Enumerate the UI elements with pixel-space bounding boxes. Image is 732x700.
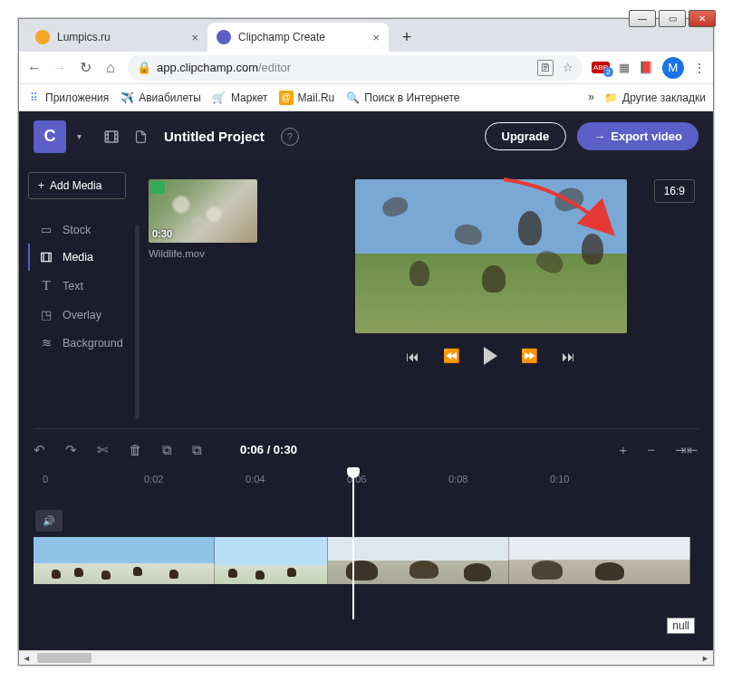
folder-icon: 📁 <box>603 91 618 105</box>
bookmark-item[interactable]: 🛒Маркет <box>212 91 268 105</box>
audio-toggle[interactable]: 🔊 <box>35 510 63 532</box>
tab-strip: Lumpics.ru × Clipchamp Create × + <box>19 19 713 52</box>
minimize-button[interactable]: — <box>629 10 656 27</box>
apps-button[interactable]: ⠿Приложения <box>26 91 109 105</box>
player-controls: ⏮ ⏪ ⏩ ⏭ <box>406 347 575 365</box>
svg-rect-1 <box>42 253 52 261</box>
add-media-button[interactable]: + Add Media <box>28 172 126 199</box>
timeline-toolbar: ↶ ↷ ✄ 🗑 ⧉ ⧉ 0:06 / 0:30 + − ⇥⇤ <box>34 428 698 470</box>
sidebar-item-stock[interactable]: ▭ Stock <box>28 216 141 244</box>
ruler-mark: 0 <box>43 474 48 484</box>
forward-button[interactable]: ⏩ <box>521 348 538 364</box>
sidebar-scrollbar[interactable] <box>135 225 140 419</box>
bookmark-item[interactable]: ✈️Авиабилеты <box>120 91 201 105</box>
duplicate-button[interactable]: ⧉ <box>192 442 202 458</box>
favicon-icon <box>217 30 231 44</box>
browser-tab-lumpics[interactable]: Lumpics.ru × <box>26 23 207 52</box>
sidebar-item-background[interactable]: ≋ Background <box>28 329 141 357</box>
favicon-icon <box>35 30 50 44</box>
sidebar-item-overlay[interactable]: ◳ Overlay <box>28 301 141 329</box>
ruler-mark: 0:10 <box>550 474 569 484</box>
app-logo[interactable]: C <box>34 120 66 153</box>
layers-icon: ≋ <box>39 336 53 350</box>
timeline-ruler[interactable]: 0 0:02 0:04 0:06 0:08 0:10 <box>34 470 698 492</box>
aspect-ratio-button[interactable]: 16:9 <box>654 179 695 203</box>
copy-button[interactable]: ⧉ <box>162 442 172 458</box>
cart-icon: 🛒 <box>212 91 226 105</box>
redo-button[interactable]: ↷ <box>65 442 77 458</box>
ruler-mark: 0:08 <box>448 474 467 484</box>
play-button[interactable] <box>484 347 497 365</box>
arrow-right-icon: → <box>593 129 605 143</box>
undo-button[interactable]: ↶ <box>34 442 45 458</box>
rewind-button[interactable]: ⏪ <box>443 348 460 364</box>
abp-icon[interactable]: ABP2 <box>592 62 610 73</box>
tab-close-icon[interactable]: × <box>367 31 380 44</box>
text-icon: T <box>39 278 53 293</box>
clipchamp-app: C ▾ Untitled Project ? Upgrade → Export … <box>19 111 713 650</box>
timeline-track: 🔊 <box>34 510 698 584</box>
project-title[interactable]: Untitled Project <box>164 129 265 144</box>
zoom-out-button[interactable]: − <box>647 442 655 458</box>
zoom-in-button[interactable]: + <box>619 442 627 458</box>
overlay-icon: ◳ <box>39 308 53 321</box>
scroll-left-icon[interactable]: ◄ <box>19 651 34 665</box>
timeline-clip[interactable] <box>34 537 215 584</box>
scroll-right-icon[interactable]: ► <box>698 651 713 665</box>
other-bookmarks[interactable]: 📁Другие закладки <box>603 91 706 105</box>
skip-end-button[interactable]: ⏭ <box>562 349 575 364</box>
translate-icon[interactable]: 🖹 <box>537 60 554 76</box>
chevron-down-icon[interactable]: ▾ <box>77 131 92 141</box>
clip-row <box>34 537 698 584</box>
timeline-clip[interactable] <box>509 537 690 584</box>
horizontal-scrollbar[interactable]: ◄ ► <box>19 650 713 665</box>
timeline-clip[interactable] <box>215 537 328 584</box>
sidebar-item-media[interactable]: Media <box>28 244 141 271</box>
profile-avatar[interactable]: M <box>662 57 684 79</box>
tab-title: Lumpics.ru <box>57 31 111 43</box>
editor-row: + Add Media ▭ Stock Media T Text ◳ Ov <box>19 161 713 428</box>
tooltip-null: null <box>667 618 695 634</box>
skip-start-button[interactable]: ⏮ <box>406 349 419 364</box>
media-panel: 0:30 Wildlife.mov <box>141 161 268 428</box>
apps-icon: ⠿ <box>26 91 41 105</box>
browser-tab-clipchamp[interactable]: Clipchamp Create × <box>207 23 389 52</box>
bookmark-item[interactable]: @Mail.Ru <box>279 91 335 105</box>
maximize-button[interactable]: ▭ <box>659 10 686 27</box>
address-bar[interactable]: 🔒 app.clipchamp.com/editor 🖹 ☆ <box>128 55 583 81</box>
scrollbar-thumb[interactable] <box>37 653 92 663</box>
menu-icon[interactable]: ⋮ <box>693 61 706 75</box>
bookmark-item[interactable]: 🔍Поиск в Интернете <box>345 91 459 105</box>
app-header: C ▾ Untitled Project ? Upgrade → Export … <box>19 111 713 161</box>
film-icon[interactable] <box>102 128 120 146</box>
delete-button[interactable]: 🗑 <box>129 442 142 457</box>
help-icon[interactable]: ? <box>281 128 299 146</box>
video-preview[interactable] <box>355 179 627 333</box>
plus-icon: + <box>38 179 44 192</box>
overflow-button[interactable]: » <box>588 91 594 105</box>
pdf-icon[interactable]: 📕 <box>639 61 653 74</box>
back-button[interactable]: ← <box>26 60 43 76</box>
timeline-time: 0:06 / 0:30 <box>240 443 297 456</box>
tab-close-icon[interactable]: × <box>186 31 198 44</box>
fit-button[interactable]: ⇥⇤ <box>675 442 698 458</box>
timeline-clip[interactable] <box>328 537 509 584</box>
sidebar-item-text[interactable]: T Text <box>28 271 141 301</box>
upgrade-button[interactable]: Upgrade <box>485 122 567 150</box>
bookmarks-bar: ⠿Приложения ✈️Авиабилеты 🛒Маркет @Mail.R… <box>19 84 713 111</box>
reload-button[interactable]: ↻ <box>77 59 93 76</box>
split-button[interactable]: ✄ <box>97 442 109 458</box>
star-icon[interactable]: ☆ <box>563 61 573 74</box>
extension-icon[interactable]: ▦ <box>619 61 630 74</box>
playhead[interactable] <box>352 470 354 619</box>
preview-column: 16:9 ⏮ ⏪ ⏩ ⏭ <box>268 161 713 428</box>
new-tab-button[interactable]: + <box>394 24 419 50</box>
forward-button[interactable]: → <box>52 60 68 76</box>
close-window-button[interactable]: ✕ <box>689 10 716 27</box>
thumb-filename: Wildlife.mov <box>149 248 261 259</box>
document-icon[interactable] <box>131 128 149 146</box>
home-button[interactable]: ⌂ <box>102 60 119 76</box>
media-thumbnail[interactable]: 0:30 <box>149 179 257 243</box>
export-button[interactable]: → Export video <box>577 122 698 150</box>
plane-icon: ✈️ <box>120 91 134 105</box>
